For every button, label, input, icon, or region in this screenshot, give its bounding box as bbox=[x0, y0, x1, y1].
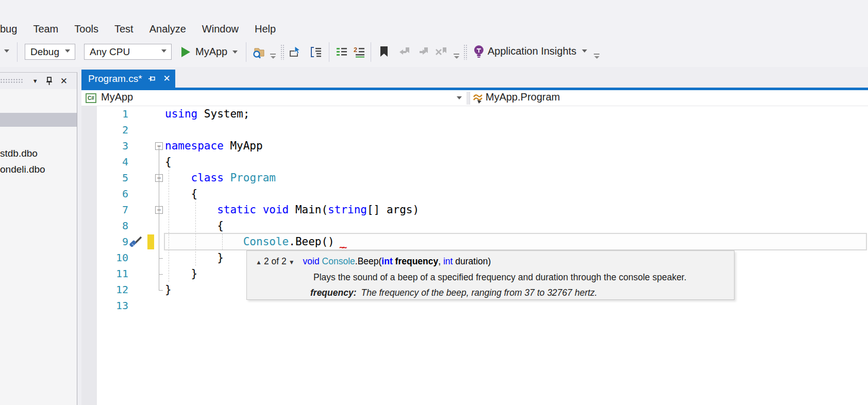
line-number[interactable]: 6 bbox=[81, 186, 130, 202]
line-number[interactable]: 10 bbox=[81, 250, 130, 266]
glyph-margin[interactable] bbox=[130, 266, 165, 282]
glyph-margin[interactable] bbox=[130, 202, 165, 218]
line-number[interactable]: 1 bbox=[81, 106, 130, 122]
type-dropdown[interactable]: MyApp.Program bbox=[486, 91, 560, 103]
pointer-select-icon[interactable] bbox=[289, 45, 302, 59]
code-line-9[interactable]: 9 Console.Beep() bbox=[81, 234, 868, 250]
parameter-description: The frequency of the beep, ranging from … bbox=[361, 288, 597, 298]
line-number[interactable]: 12 bbox=[81, 282, 130, 298]
glyph-margin[interactable] bbox=[130, 298, 165, 314]
glyph-margin[interactable] bbox=[130, 250, 165, 266]
previous-bookmark-icon[interactable] bbox=[397, 45, 410, 59]
fold-collapse-icon[interactable] bbox=[155, 174, 163, 182]
close-icon[interactable]: ✕ bbox=[163, 73, 171, 84]
project-dropdown[interactable]: MyApp bbox=[101, 91, 133, 103]
fold-collapse-icon[interactable] bbox=[155, 206, 163, 214]
panel-selected-row[interactable] bbox=[0, 113, 77, 127]
toolbar-grip-handle[interactable] bbox=[463, 44, 467, 60]
code-segment: using bbox=[165, 108, 197, 120]
start-project-label: MyApp bbox=[195, 46, 227, 58]
glyph-margin[interactable] bbox=[130, 106, 165, 122]
navigation-bar: C# MyApp MyApp.Program bbox=[81, 90, 868, 106]
class-icon bbox=[472, 93, 483, 104]
document-tab[interactable]: Program.cs* ✕ bbox=[81, 70, 175, 88]
line-number[interactable]: 5 bbox=[81, 170, 130, 186]
menu-item-team[interactable]: Team bbox=[33, 23, 58, 35]
toolbar-overflow-button[interactable] bbox=[270, 53, 276, 60]
line-number[interactable]: 13 bbox=[81, 298, 130, 314]
code-line-2[interactable]: 2 bbox=[81, 122, 868, 138]
increase-indent-icon[interactable]: 2 bbox=[353, 45, 366, 59]
code-line-8[interactable]: 8 { bbox=[81, 218, 868, 234]
decrease-indent-icon[interactable] bbox=[335, 45, 348, 59]
code-line-1[interactable]: 1using System; bbox=[81, 106, 868, 122]
overload-up-icon[interactable]: ▲ bbox=[256, 255, 262, 269]
menu-item-test[interactable]: Test bbox=[114, 23, 133, 35]
toggle-bookmark-icon[interactable] bbox=[379, 46, 393, 59]
tooltip-parameter-row: frequency:The frequency of the beep, ran… bbox=[247, 285, 734, 300]
glyph-margin[interactable] bbox=[130, 218, 165, 234]
panel-item[interactable]: ondeli.dbo bbox=[0, 161, 77, 177]
line-number[interactable]: 8 bbox=[81, 218, 130, 234]
toolbar-grip-handle[interactable] bbox=[280, 44, 284, 60]
glyph-margin[interactable] bbox=[130, 170, 165, 186]
code-structure-icon[interactable] bbox=[309, 45, 323, 59]
code-line-4[interactable]: 4{ bbox=[81, 154, 868, 170]
start-debugging-button[interactable]: MyApp bbox=[181, 44, 238, 60]
line-number[interactable]: 2 bbox=[81, 122, 130, 138]
code-line-6[interactable]: 6 { bbox=[81, 186, 868, 202]
code-segment: class bbox=[191, 172, 224, 184]
code-segment: namespace bbox=[165, 140, 224, 152]
code-segment: int bbox=[381, 256, 392, 266]
menu-item-bug[interactable]: bug bbox=[0, 23, 17, 35]
menu-item-tools[interactable]: Tools bbox=[74, 23, 98, 35]
pin-icon[interactable] bbox=[148, 75, 156, 82]
toolbar-overflow-button[interactable] bbox=[454, 53, 460, 60]
code-line-5[interactable]: 5 class Program bbox=[81, 170, 868, 186]
find-in-files-icon[interactable] bbox=[253, 45, 266, 59]
menu-item-window[interactable]: Window bbox=[202, 23, 239, 35]
application-insights-icon[interactable] bbox=[473, 45, 486, 58]
window-position-chevron-icon[interactable]: ▼ bbox=[32, 78, 38, 84]
line-number[interactable]: 4 bbox=[81, 154, 130, 170]
parameter-name: frequency: bbox=[310, 288, 356, 298]
line-number[interactable]: 11 bbox=[81, 266, 130, 282]
fold-collapse-icon[interactable] bbox=[155, 142, 163, 150]
chevron-down-icon[interactable] bbox=[457, 96, 462, 99]
titlebar-grip-handle[interactable] bbox=[0, 78, 24, 83]
cropped-combo-arrow-icon[interactable] bbox=[4, 49, 9, 53]
glyph-margin[interactable] bbox=[130, 282, 165, 298]
overload-down-icon[interactable]: ▼ bbox=[289, 255, 295, 269]
menu-item-help[interactable]: Help bbox=[255, 23, 276, 35]
solution-platform-combo[interactable]: Any CPU bbox=[84, 44, 172, 60]
menu-item-analyze[interactable]: Analyze bbox=[149, 23, 186, 35]
chevron-down-icon bbox=[65, 49, 70, 53]
solution-configuration-combo[interactable]: Debug bbox=[25, 44, 75, 60]
glyph-margin[interactable] bbox=[130, 122, 165, 138]
glyph-margin[interactable] bbox=[130, 154, 165, 170]
quick-actions-icon[interactable] bbox=[129, 235, 143, 249]
code-line-7[interactable]: 7 static void Main(string[] args) bbox=[81, 202, 868, 218]
close-icon[interactable]: ✕ bbox=[60, 77, 68, 86]
glyph-margin[interactable] bbox=[130, 186, 165, 202]
glyph-margin[interactable] bbox=[130, 234, 165, 250]
clear-bookmarks-icon[interactable] bbox=[434, 45, 447, 59]
chevron-down-icon[interactable] bbox=[582, 49, 587, 53]
code-editor[interactable]: 1using System;23namespace MyApp4{5 class… bbox=[81, 106, 868, 405]
line-number[interactable]: 3 bbox=[81, 138, 130, 154]
line-number[interactable]: 7 bbox=[81, 202, 130, 218]
code-line-3[interactable]: 3namespace MyApp bbox=[81, 138, 868, 154]
tool-window-titlebar[interactable]: ▼ ✕ bbox=[0, 73, 77, 89]
glyph-margin[interactable] bbox=[130, 138, 165, 154]
application-insights-label[interactable]: Application Insights bbox=[488, 45, 576, 57]
toolbar-separator bbox=[329, 42, 329, 62]
pin-icon[interactable] bbox=[46, 77, 53, 85]
change-tracking-bar bbox=[147, 234, 154, 249]
panel-item[interactable]: stdb.dbo bbox=[0, 145, 77, 161]
tooltip-signature-row: ▲2 of 2▼void Console.Beep(int frequency,… bbox=[247, 251, 734, 269]
line-number[interactable]: 9 bbox=[81, 234, 130, 250]
toolbar-overflow-button[interactable] bbox=[594, 53, 600, 60]
code-segment: static bbox=[217, 204, 256, 216]
vs-window: bugTeamToolsTestAnalyzeWindowHelp Debug … bbox=[0, 0, 868, 405]
next-bookmark-icon[interactable] bbox=[415, 45, 429, 59]
